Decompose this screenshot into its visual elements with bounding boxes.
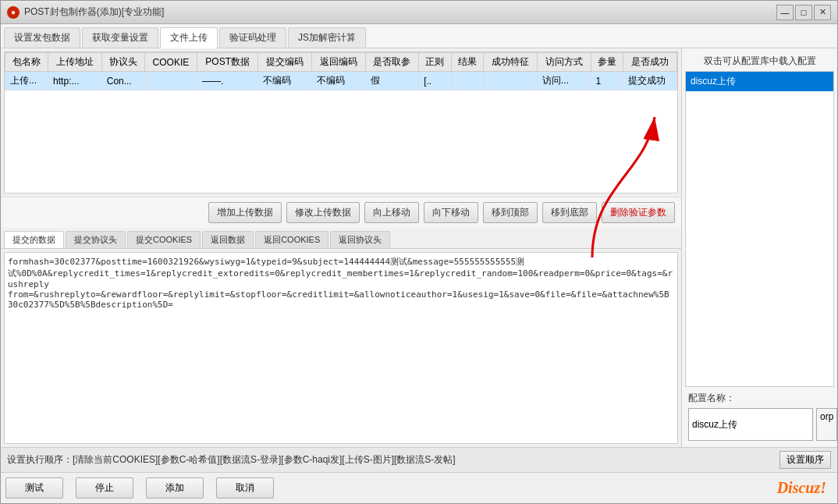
- add-button[interactable]: 添加: [146, 477, 204, 499]
- tab-submit-cookies[interactable]: 提交COOKIES: [127, 231, 201, 248]
- config-name-label: 配置名称：: [688, 392, 831, 405]
- upload-table-container: 包名称 上传地址 协议头 COOKIE POST数据 提交编码 返回编码 是否取…: [4, 51, 678, 193]
- close-button[interactable]: ✕: [814, 5, 831, 20]
- stop-button[interactable]: 停止: [76, 477, 133, 499]
- config-ext: orp: [816, 408, 837, 441]
- data-textarea[interactable]: formhash=30c02377&posttime=1600321926&wy…: [4, 252, 678, 444]
- table-row[interactable]: 上传... http:... Con... ——. 不编码 不编码 假 [..: [5, 72, 677, 91]
- cell-result: [451, 72, 484, 91]
- bottom-button-bar: 测试 停止 添加 取消 Discuz!: [1, 472, 837, 503]
- tab-js-decrypt[interactable]: JS加解密计算: [288, 27, 366, 48]
- cell-name: 上传...: [5, 72, 48, 91]
- col-header-submit-enc: 提交编码: [258, 53, 312, 72]
- main-window: ● POST封包制作器(添加)[专业功能] — □ ✕ 设置发包数据 获取变量设…: [0, 0, 838, 504]
- cell-regex: [..: [419, 72, 452, 91]
- col-header-is-success: 是否成功: [623, 53, 677, 72]
- status-text: 设置执行顺序：[清除当前COOKIES][参数C-哈希值][数据流S-登录][参…: [7, 453, 773, 467]
- tab-return-header[interactable]: 返回协议头: [330, 231, 390, 248]
- menu-tab-bar: 设置发包数据 获取变量设置 文件上传 验证码处理 JS加解密计算: [1, 24, 837, 48]
- action-button-bar: 增加上传数据 修改上传数据 向上移动 向下移动 移到顶部 移到底部 删除验证参数: [1, 197, 681, 228]
- col-header-post: POST数据: [197, 53, 257, 72]
- config-item-discuz[interactable]: discuz上传: [686, 72, 833, 91]
- move-bottom-button[interactable]: 移到底部: [542, 202, 597, 223]
- config-name-row: orp 保存: [688, 408, 831, 441]
- delete-verify-button[interactable]: 删除验证参数: [602, 202, 675, 223]
- right-panel: 双击可从配置库中载入配置 discuz上传 配置名称： orp 保存: [681, 48, 837, 447]
- cell-protocol: Con...: [101, 72, 144, 91]
- right-panel-title: 双击可从配置库中载入配置: [685, 51, 834, 71]
- add-upload-button[interactable]: 增加上传数据: [208, 202, 282, 223]
- cell-is-success: 提交成功: [623, 72, 677, 91]
- cell-submit-enc: 不编码: [258, 72, 312, 91]
- discuz-logo: Discuz!: [777, 479, 833, 497]
- config-list: discuz上传: [685, 71, 834, 387]
- move-top-button[interactable]: 移到顶部: [483, 202, 538, 223]
- col-header-param-count: 参量: [591, 53, 623, 72]
- left-panel: 包名称 上传地址 协议头 COOKIE POST数据 提交编码 返回编码 是否取…: [1, 48, 681, 447]
- move-up-button[interactable]: 向上移动: [364, 202, 419, 223]
- cell-post: ——.: [197, 72, 257, 91]
- col-header-take-param: 是否取参: [365, 53, 419, 72]
- textarea-container: formhash=30c02377&posttime=1600321926&wy…: [1, 249, 681, 447]
- tab-send-packet[interactable]: 设置发包数据: [4, 27, 80, 48]
- main-content: 包名称 上传地址 协议头 COOKIE POST数据 提交编码 返回编码 是否取…: [1, 48, 837, 447]
- cell-access-method: 访问...: [538, 72, 591, 91]
- move-down-button[interactable]: 向下移动: [424, 202, 478, 223]
- table-wrapper[interactable]: 包名称 上传地址 协议头 COOKIE POST数据 提交编码 返回编码 是否取…: [5, 52, 677, 193]
- col-header-success-feature: 成功特征: [484, 53, 538, 72]
- config-name-input[interactable]: [688, 408, 813, 441]
- window-title: POST封包制作器(添加)[专业功能]: [24, 5, 776, 19]
- data-tab-bar: 提交的数据 提交协议头 提交COOKIES 返回数据 返回COOKIES 返回协…: [1, 228, 681, 249]
- tab-get-variable[interactable]: 获取变量设置: [82, 27, 158, 48]
- title-bar: ● POST封包制作器(添加)[专业功能] — □ ✕: [1, 1, 837, 24]
- tab-submit-header[interactable]: 提交协议头: [66, 231, 126, 248]
- status-bar: 设置执行顺序：[清除当前COOKIES][参数C-哈希值][数据流S-登录][参…: [1, 447, 837, 472]
- set-order-button[interactable]: 设置顺序: [779, 451, 831, 469]
- minimize-button[interactable]: —: [776, 5, 794, 20]
- col-header-regex: 正则: [419, 53, 452, 72]
- tab-return-cookies[interactable]: 返回COOKIES: [255, 231, 328, 248]
- maximize-button[interactable]: □: [795, 5, 812, 20]
- edit-upload-button[interactable]: 修改上传数据: [286, 202, 360, 223]
- test-button[interactable]: 测试: [5, 477, 63, 499]
- tab-file-upload[interactable]: 文件上传: [160, 27, 218, 48]
- cell-cookie: [144, 72, 197, 91]
- col-header-access-method: 访问方式: [538, 53, 591, 72]
- config-name-section: 配置名称： orp 保存: [685, 387, 834, 444]
- tab-verify-code[interactable]: 验证码处理: [219, 27, 286, 48]
- cancel-button[interactable]: 取消: [216, 477, 274, 499]
- col-header-cookie: COOKIE: [144, 53, 197, 72]
- tab-return-data[interactable]: 返回数据: [202, 231, 254, 248]
- cell-take-param: 假: [365, 72, 419, 91]
- col-header-return-enc: 返回编码: [311, 53, 365, 72]
- tab-submit-data[interactable]: 提交的数据: [4, 231, 64, 248]
- cell-return-enc: 不编码: [311, 72, 365, 91]
- upload-table: 包名称 上传地址 协议头 COOKIE POST数据 提交编码 返回编码 是否取…: [5, 52, 677, 91]
- col-header-name: 包名称: [5, 53, 48, 72]
- window-controls: — □ ✕: [776, 5, 831, 20]
- col-header-result: 结果: [451, 53, 484, 72]
- col-header-protocol: 协议头: [101, 53, 144, 72]
- cell-param-count: 1: [591, 72, 623, 91]
- cell-success-feature: [484, 72, 538, 91]
- app-icon: ●: [7, 6, 20, 19]
- cell-url: http:...: [48, 72, 102, 91]
- col-header-url: 上传地址: [48, 53, 102, 72]
